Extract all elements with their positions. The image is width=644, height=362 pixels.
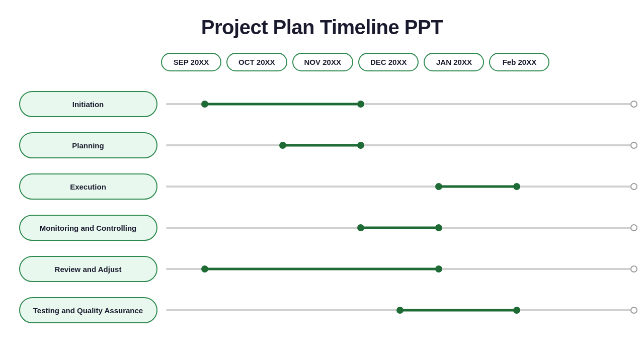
pill-initiation: Initiation: [19, 91, 157, 117]
track-planning: [166, 144, 634, 147]
dot-end-initiation: [357, 101, 364, 108]
end-circle-testing: [630, 307, 637, 314]
end-circle-initiation: [630, 101, 637, 108]
dot-start-initiation: [201, 101, 208, 108]
gantt-row-initiation: Initiation: [10, 83, 634, 125]
dot-start-monitoring: [357, 224, 364, 231]
label-execution: Execution: [10, 173, 166, 200]
dot-end-review: [435, 265, 442, 273]
dot-end-execution: [513, 183, 520, 190]
gantt-row-monitoring: Monitoring and Controlling: [10, 207, 634, 248]
dot-start-planning: [279, 142, 286, 149]
month-pill: DEC 20XX: [358, 53, 419, 71]
months-row: SEP 20XXOCT 20XXNOV 20XXDEC 20XXJAN 20XX…: [161, 53, 549, 71]
month-pill: Feb 20XX: [489, 53, 549, 71]
end-circle-planning: [630, 142, 637, 149]
bar-initiation: [205, 103, 361, 106]
pill-review: Review and Adjust: [19, 256, 157, 282]
dot-start-testing: [396, 307, 404, 314]
bar-testing: [400, 309, 517, 312]
dot-start-execution: [435, 183, 442, 190]
gantt-row-execution: Execution: [10, 166, 634, 207]
label-initiation: Initiation: [10, 91, 166, 117]
label-planning: Planning: [10, 132, 166, 158]
dot-end-planning: [357, 142, 364, 149]
track-testing: [166, 309, 634, 312]
track-line: [166, 186, 634, 188]
gantt-row-planning: Planning: [10, 125, 634, 166]
pill-testing: Testing and Quality Assurance: [19, 297, 157, 323]
end-circle-review: [630, 265, 637, 273]
dot-start-review: [201, 265, 208, 273]
label-testing: Testing and Quality Assurance: [10, 297, 166, 323]
end-circle-monitoring: [630, 224, 637, 231]
track-line: [166, 144, 634, 146]
track-review: [166, 267, 634, 270]
dot-end-monitoring: [435, 224, 442, 231]
track-execution: [166, 185, 634, 188]
pill-planning: Planning: [19, 132, 157, 158]
label-review: Review and Adjust: [10, 256, 166, 282]
gantt-row-review: Review and Adjust: [10, 248, 634, 290]
pill-execution: Execution: [19, 173, 157, 200]
end-circle-execution: [630, 183, 637, 190]
month-pill: SEP 20XX: [161, 53, 221, 71]
bar-review: [205, 268, 439, 270]
track-monitoring: [166, 226, 634, 229]
page-title: Project Plan Timeline PPT: [201, 16, 443, 39]
bar-execution: [439, 186, 517, 188]
bar-monitoring: [361, 227, 439, 229]
month-pill: OCT 20XX: [226, 53, 287, 71]
track-initiation: [166, 103, 634, 106]
label-monitoring: Monitoring and Controlling: [10, 215, 166, 241]
bar-planning: [283, 144, 361, 147]
month-pill: NOV 20XX: [292, 53, 353, 71]
month-pill: JAN 20XX: [424, 53, 484, 71]
gantt-row-testing: Testing and Quality Assurance: [10, 290, 634, 331]
gantt-chart: Initiation Planning Execution: [10, 83, 634, 331]
pill-monitoring: Monitoring and Controlling: [19, 215, 157, 241]
dot-end-testing: [513, 307, 520, 314]
